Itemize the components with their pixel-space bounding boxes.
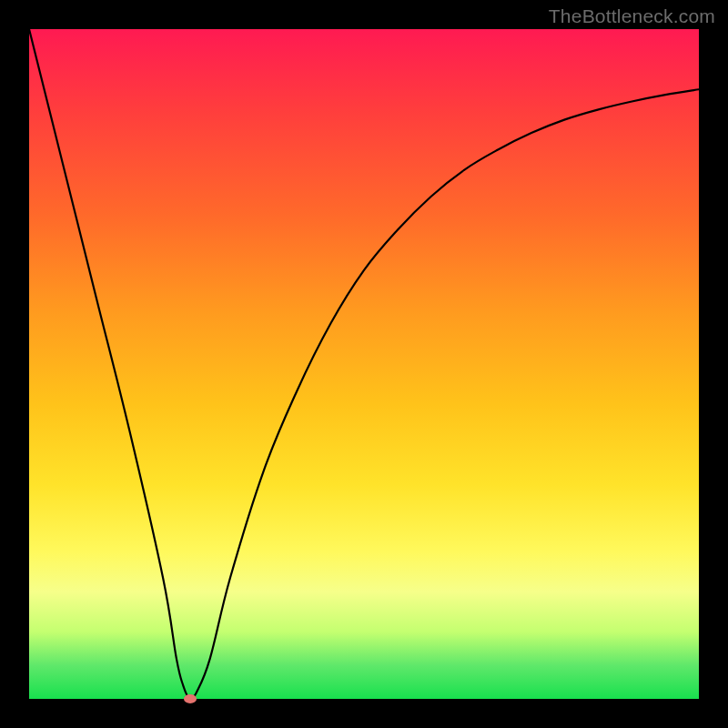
bottleneck-curve	[29, 29, 699, 699]
minimum-marker	[184, 694, 197, 703]
plot-area	[29, 29, 699, 699]
watermark-text: TheBottleneck.com	[549, 5, 715, 27]
chart-frame: TheBottleneck.com	[0, 0, 728, 728]
